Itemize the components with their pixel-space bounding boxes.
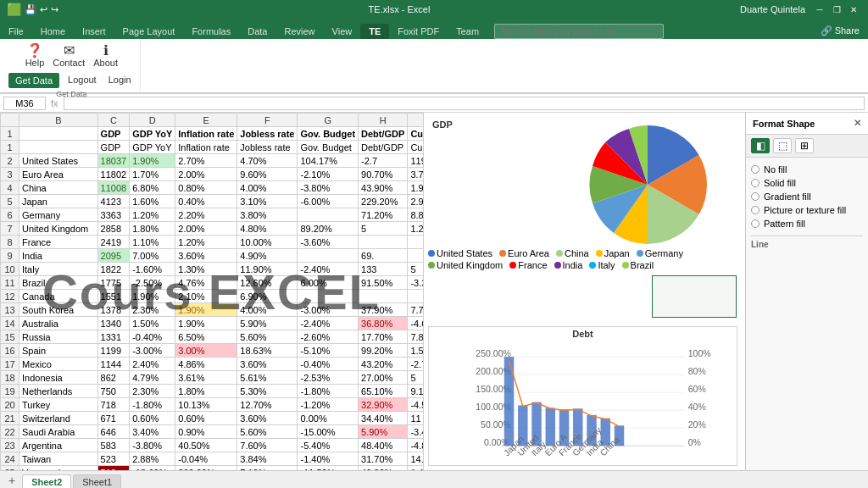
table-cell[interactable]: 49.80%	[359, 466, 408, 471]
table-cell[interactable]: -2.50%	[130, 276, 175, 290]
table-cell[interactable]: 6.50%	[175, 330, 237, 344]
table-cell[interactable]: France	[19, 236, 98, 249]
table-cell[interactable]: GDP YoY	[130, 127, 175, 141]
table-cell[interactable]: -1.80%	[298, 385, 359, 398]
table-cell[interactable]	[359, 236, 408, 249]
table-cell[interactable]: Canada	[19, 290, 98, 303]
table-cell[interactable]: -11.50%	[298, 466, 359, 471]
table-cell[interactable]: 2.30%	[130, 385, 175, 398]
table-cell[interactable]: 1.90%	[175, 317, 237, 330]
table-cell[interactable]: 14.5	[408, 452, 423, 466]
table-cell[interactable]: 2.9	[408, 195, 423, 208]
table-cell[interactable]: 10.13%	[175, 398, 237, 412]
table-cell[interactable]: Venezuela	[19, 466, 98, 471]
table-cell[interactable]: 5.60%	[237, 330, 298, 344]
help-button[interactable]: ❓ Help	[22, 42, 48, 69]
table-cell[interactable]: 91.50%	[359, 276, 408, 290]
table-cell[interactable]: -4.6	[408, 317, 423, 330]
table-cell[interactable]	[298, 208, 359, 222]
table-cell[interactable]: 1.90%	[130, 290, 175, 303]
table-cell[interactable]: 1.24	[408, 222, 423, 236]
picture-fill-option[interactable]: Picture or texture fill	[751, 203, 863, 217]
undo-icon[interactable]: ↩	[40, 4, 47, 15]
col-header-d[interactable]: D	[130, 114, 175, 127]
tab-review[interactable]: Review	[275, 24, 323, 39]
table-cell[interactable]: 4.76%	[175, 276, 237, 290]
table-cell[interactable]: 2.30%	[130, 303, 175, 317]
table-cell[interactable]: -5.10%	[298, 344, 359, 358]
table-cell[interactable]: GDP YoY	[130, 141, 175, 154]
tab-foxit[interactable]: Foxit PDF	[389, 24, 448, 39]
table-cell[interactable]	[408, 236, 423, 249]
table-cell[interactable]	[408, 249, 423, 263]
table-cell[interactable]: -1.60%	[130, 263, 175, 276]
tab-view[interactable]: View	[324, 24, 361, 39]
table-cell[interactable]: 9.1	[408, 385, 423, 398]
table-cell[interactable]: Euro Area	[19, 168, 98, 181]
share-button[interactable]: 🔗 Share	[812, 23, 868, 39]
tab-page-layout[interactable]: Page Layout	[114, 24, 184, 39]
table-cell[interactable]: 7.8	[408, 330, 423, 344]
table-cell[interactable]: Jobless rate	[237, 127, 298, 141]
table-cell[interactable]: 9.60%	[237, 168, 298, 181]
table-cell[interactable]: 71.20%	[359, 208, 408, 222]
table-cell[interactable]: 1822	[97, 263, 130, 276]
table-cell[interactable]: 1.80%	[175, 385, 237, 398]
table-cell[interactable]: Gov. Budget	[298, 127, 359, 141]
table-cell[interactable]: 2.40%	[130, 358, 175, 371]
table-cell[interactable]: -4.8	[408, 439, 423, 452]
table-cell[interactable]: 17.70%	[359, 330, 408, 344]
table-cell[interactable]: United Kingdom	[19, 222, 98, 236]
table-cell[interactable]: -3.80%	[298, 181, 359, 195]
table-cell[interactable]: 11008	[97, 181, 130, 195]
fill-tab-button[interactable]: ◧	[751, 138, 770, 153]
sheet-container[interactable]: B C D E F G H I J K 1	[0, 113, 423, 470]
table-cell[interactable]: -3.00%	[298, 303, 359, 317]
table-cell[interactable]: -0.04%	[175, 452, 237, 466]
table-cell[interactable]: -0.40%	[130, 330, 175, 344]
table-cell[interactable]: 1551	[97, 290, 130, 303]
table-cell[interactable]: 523	[97, 452, 130, 466]
table-cell[interactable]: Saudi Arabia	[19, 425, 98, 439]
col-header-f[interactable]: F	[237, 114, 298, 127]
table-cell[interactable]: 31.70%	[359, 452, 408, 466]
table-cell[interactable]: Switzerland	[19, 412, 98, 425]
tab-te[interactable]: TE	[360, 24, 389, 39]
table-cell[interactable]: Netherlands	[19, 385, 98, 398]
table-cell[interactable]: 4.70%	[237, 154, 298, 168]
table-cell[interactable]: 1.70%	[130, 168, 175, 181]
table-cell[interactable]: 1.50%	[130, 317, 175, 330]
table-cell[interactable]: -2.53%	[298, 371, 359, 385]
gradient-fill-radio[interactable]	[751, 192, 760, 201]
table-cell[interactable]: Russia	[19, 330, 98, 344]
table-cell[interactable]: GDP	[97, 141, 130, 154]
tab-team[interactable]: Team	[448, 24, 487, 39]
table-cell[interactable]: 2.20%	[175, 208, 237, 222]
table-cell[interactable]: Japan	[19, 195, 98, 208]
table-cell[interactable]: 6.90%	[237, 290, 298, 303]
table-cell[interactable]: 7.10%	[237, 466, 298, 471]
table-cell[interactable]: 2.00%	[175, 222, 237, 236]
save-icon[interactable]: 💾	[25, 4, 36, 15]
table-cell[interactable]: Inflation rate	[175, 127, 237, 141]
table-cell[interactable]: 5	[408, 371, 423, 385]
add-sheet-button[interactable]: +	[3, 472, 20, 488]
table-cell[interactable]: 1378	[97, 303, 130, 317]
table-cell[interactable]: 800.00%	[175, 466, 237, 471]
table-cell[interactable]: Germany	[19, 208, 98, 222]
table-cell[interactable]: 1.5	[408, 344, 423, 358]
redo-icon[interactable]: ↪	[51, 4, 58, 15]
table-cell[interactable]: GDP	[97, 127, 130, 141]
col-header-g[interactable]: G	[298, 114, 359, 127]
table-cell[interactable]: -2.10%	[298, 168, 359, 181]
table-cell[interactable]: 1775	[97, 276, 130, 290]
table-cell[interactable]: 11	[408, 412, 423, 425]
solid-fill-option[interactable]: Solid fill	[751, 176, 863, 190]
table-cell[interactable]: 133	[359, 263, 408, 276]
table-cell[interactable]: 4.00%	[237, 303, 298, 317]
table-cell[interactable]: Argentina	[19, 439, 98, 452]
table-cell[interactable]: 3363	[97, 208, 130, 222]
table-cell[interactable]: Current Account	[408, 141, 423, 154]
table-cell[interactable]: 6.00%	[298, 276, 359, 290]
table-cell[interactable]: 4.00%	[237, 181, 298, 195]
